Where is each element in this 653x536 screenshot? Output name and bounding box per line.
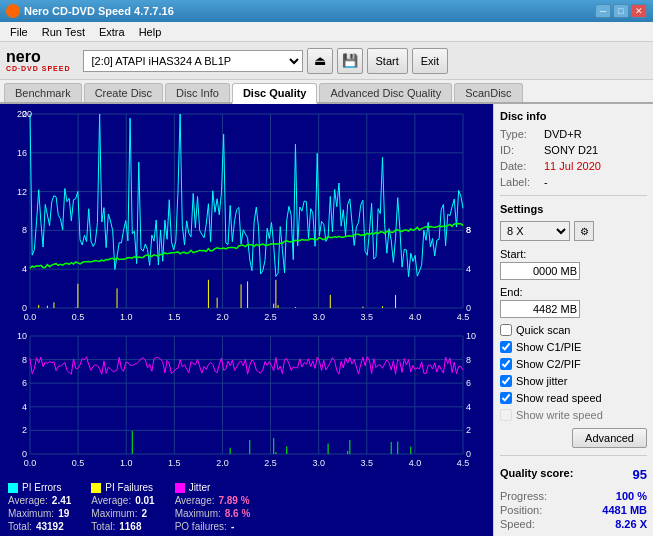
stats-area: PI Errors Average: 2.41 Maximum: 19 Tota… xyxy=(0,478,493,536)
jitter-max-label: Maximum: xyxy=(175,508,221,519)
minimize-button[interactable]: ─ xyxy=(595,4,611,18)
maximize-button[interactable]: □ xyxy=(613,4,629,18)
pi-errors-title: PI Errors xyxy=(22,482,61,493)
save-icon-btn[interactable]: 💾 xyxy=(337,48,363,74)
disc-id-row: ID: SONY D21 xyxy=(500,144,647,156)
show-c2-checkbox[interactable] xyxy=(500,358,512,370)
pi-errors-max: Maximum: 19 xyxy=(8,508,71,519)
toolbar: nero CD·DVD SPEED [2:0] ATAPI iHAS324 A … xyxy=(0,42,653,80)
show-read-speed-label: Show read speed xyxy=(516,392,602,404)
divider-1 xyxy=(500,195,647,196)
jitter-avg: Average: 7.89 % xyxy=(175,495,251,506)
disc-type-key: Type: xyxy=(500,128,540,140)
tab-disc-info[interactable]: Disc Info xyxy=(165,83,230,102)
disc-type-row: Type: DVD+R xyxy=(500,128,647,140)
tab-disc-quality[interactable]: Disc Quality xyxy=(232,83,318,104)
jitter-max-val: 8.6 % xyxy=(225,508,251,519)
start-mb-input[interactable] xyxy=(500,262,580,280)
position-label: Position: xyxy=(500,504,542,516)
speed-val: 8.26 X xyxy=(615,518,647,530)
menu-run-test[interactable]: Run Test xyxy=(36,24,91,40)
tab-benchmark[interactable]: Benchmark xyxy=(4,83,82,102)
quality-score-row: Quality score: 95 xyxy=(500,467,647,482)
disc-label-val: - xyxy=(544,176,548,188)
pi-failures-title: PI Failures xyxy=(105,482,153,493)
disc-date-key: Date: xyxy=(500,160,540,172)
eject-icon-btn[interactable]: ⏏ xyxy=(307,48,333,74)
show-c1-row: Show C1/PIE xyxy=(500,341,647,353)
disc-id-val: SONY D21 xyxy=(544,144,598,156)
jitter-max: Maximum: 8.6 % xyxy=(175,508,251,519)
tab-advanced-disc-quality[interactable]: Advanced Disc Quality xyxy=(319,83,452,102)
pi-errors-group: PI Errors Average: 2.41 Maximum: 19 Tota… xyxy=(8,482,71,532)
logo-nero: nero xyxy=(6,49,41,65)
pi-failures-total-val: 1168 xyxy=(119,521,141,532)
pi-failures-label: PI Failures xyxy=(91,482,154,493)
quick-scan-label: Quick scan xyxy=(516,324,570,336)
divider-2 xyxy=(500,455,647,456)
position-val: 4481 MB xyxy=(602,504,647,516)
show-write-speed-row: Show write speed xyxy=(500,409,647,421)
close-button[interactable]: ✕ xyxy=(631,4,647,18)
show-c1-label: Show C1/PIE xyxy=(516,341,581,353)
pi-errors-max-val: 19 xyxy=(58,508,69,519)
po-failures-val: - xyxy=(231,521,234,532)
drive-select[interactable]: [2:0] ATAPI iHAS324 A BL1P xyxy=(83,50,303,72)
progress-val: 100 % xyxy=(616,490,647,502)
pi-errors-color xyxy=(8,483,18,493)
speed-select[interactable]: 8 X xyxy=(500,221,570,241)
pi-failures-avg-val: 0.01 xyxy=(135,495,154,506)
quick-scan-checkbox[interactable] xyxy=(500,324,512,336)
pi-errors-max-label: Maximum: xyxy=(8,508,54,519)
tab-scan-disc[interactable]: ScanDisc xyxy=(454,83,522,102)
progress-section: Progress: 100 % Position: 4481 MB Speed:… xyxy=(500,490,647,530)
pi-errors-total: Total: 43192 xyxy=(8,521,71,532)
jitter-group: Jitter Average: 7.89 % Maximum: 8.6 % PO… xyxy=(175,482,251,532)
quality-score-label: Quality score: xyxy=(500,467,573,482)
settings-title: Settings xyxy=(500,203,647,215)
settings-icon-btn[interactable]: ⚙ xyxy=(574,221,594,241)
pi-failures-total-label: Total: xyxy=(91,521,115,532)
show-c1-checkbox[interactable] xyxy=(500,341,512,353)
pi-failures-max-val: 2 xyxy=(141,508,147,519)
speed-row: Speed: 8.26 X xyxy=(500,518,647,530)
logo-sub: CD·DVD SPEED xyxy=(6,65,71,72)
pi-failures-max-label: Maximum: xyxy=(91,508,137,519)
disc-date-row: Date: 11 Jul 2020 xyxy=(500,160,647,172)
end-mb-input[interactable] xyxy=(500,300,580,318)
menu-extra[interactable]: Extra xyxy=(93,24,131,40)
speed-label: Speed: xyxy=(500,518,535,530)
pi-errors-avg-label: Average: xyxy=(8,495,48,506)
main-content: PI Errors Average: 2.41 Maximum: 19 Tota… xyxy=(0,104,653,536)
tab-create-disc[interactable]: Create Disc xyxy=(84,83,163,102)
jitter-label: Jitter xyxy=(175,482,251,493)
po-failures-label: PO failures: xyxy=(175,521,227,532)
pi-failures-color xyxy=(91,483,101,493)
logo: nero CD·DVD SPEED xyxy=(6,49,71,72)
menu-file[interactable]: File xyxy=(4,24,34,40)
disc-label-row: Label: - xyxy=(500,176,647,188)
pi-failures-group: PI Failures Average: 0.01 Maximum: 2 Tot… xyxy=(91,482,154,532)
app-icon xyxy=(6,4,20,18)
exit-button[interactable]: Exit xyxy=(412,48,448,74)
jitter-title: Jitter xyxy=(189,482,211,493)
advanced-button[interactable]: Advanced xyxy=(572,428,647,448)
position-row: Position: 4481 MB xyxy=(500,504,647,516)
pi-errors-total-label: Total: xyxy=(8,521,32,532)
pi-failures-max: Maximum: 2 xyxy=(91,508,154,519)
pi-errors-avg: Average: 2.41 xyxy=(8,495,71,506)
menu-bar: File Run Test Extra Help xyxy=(0,22,653,42)
start-mb-row: Start: xyxy=(500,248,647,280)
tab-bar: Benchmark Create Disc Disc Info Disc Qua… xyxy=(0,80,653,104)
title-bar-left: Nero CD-DVD Speed 4.7.7.16 xyxy=(6,4,174,18)
right-panel: Disc info Type: DVD+R ID: SONY D21 Date:… xyxy=(493,104,653,536)
start-button[interactable]: Start xyxy=(367,48,408,74)
jitter-color xyxy=(175,483,185,493)
progress-row: Progress: 100 % xyxy=(500,490,647,502)
show-read-speed-checkbox[interactable] xyxy=(500,392,512,404)
show-jitter-checkbox[interactable] xyxy=(500,375,512,387)
pi-failures-total: Total: 1168 xyxy=(91,521,154,532)
menu-help[interactable]: Help xyxy=(133,24,168,40)
end-mb-row: End: xyxy=(500,286,647,318)
show-jitter-row: Show jitter xyxy=(500,375,647,387)
